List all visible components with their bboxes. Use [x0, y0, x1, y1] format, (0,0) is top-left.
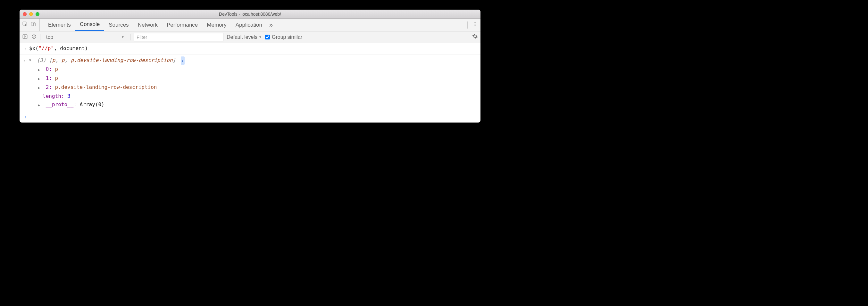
tab-application[interactable]: Application — [231, 19, 267, 31]
levels-label: Default levels — [227, 34, 257, 40]
sidebar-toggle-icon[interactable] — [22, 34, 28, 41]
array-count: (3) — [37, 57, 46, 63]
svg-point-4 — [475, 24, 476, 25]
console-prompt-row[interactable]: › — [20, 111, 480, 122]
tab-console[interactable]: Console — [75, 19, 104, 31]
console-input-text: $x("//p", document) — [29, 44, 478, 53]
console-result-row[interactable]: ‹· ▼ (3) [p, p, p.devsite-landing-row-de… — [20, 55, 480, 111]
tab-elements[interactable]: Elements — [43, 19, 75, 31]
log-levels-selector[interactable]: Default levels ▼ — [227, 34, 262, 40]
console-input-row[interactable]: › $x("//p", document) — [20, 43, 480, 55]
tab-network[interactable]: Network — [133, 19, 162, 31]
tab-memory[interactable]: Memory — [202, 19, 231, 31]
device-toggle-icon[interactable] — [30, 21, 36, 29]
prompt-icon: › — [22, 44, 29, 53]
svg-rect-2 — [33, 23, 35, 26]
separator — [467, 22, 468, 29]
clear-console-icon[interactable] — [31, 34, 37, 41]
console-result-body: ▼ (3) [p, p, p.devsite-landing-row-descr… — [29, 56, 478, 109]
svg-point-5 — [475, 25, 476, 26]
disclosure-triangle-icon[interactable]: ▶ — [38, 66, 43, 74]
filter-input[interactable]: Filter — [134, 33, 223, 41]
svg-line-10 — [33, 35, 36, 38]
group-similar-checkbox[interactable]: Group similar — [265, 34, 302, 40]
svg-marker-8 — [26, 36, 26, 37]
tab-sources[interactable]: Sources — [104, 19, 133, 31]
disclosure-triangle-icon[interactable]: ▶ — [38, 101, 43, 109]
devtools-window: DevTools - localhost:8080/web/ Elements … — [20, 10, 480, 122]
info-icon[interactable]: i — [181, 56, 185, 65]
disclosure-triangle-icon[interactable]: ▶ — [38, 75, 43, 83]
disclosure-triangle-icon[interactable]: ▶ — [38, 84, 43, 92]
context-selector[interactable]: top ▼ — [43, 33, 127, 41]
separator — [40, 34, 40, 40]
kebab-menu-icon[interactable] — [472, 21, 478, 29]
separator — [130, 34, 130, 40]
console-output: › $x("//p", document) ‹· ▼ (3) [p, p, p.… — [20, 43, 480, 122]
chevron-down-icon: ▼ — [259, 35, 262, 39]
titlebar: DevTools - localhost:8080/web/ — [20, 10, 480, 19]
context-label: top — [46, 34, 53, 40]
inspect-element-icon[interactable] — [22, 21, 28, 29]
group-similar-input[interactable] — [265, 35, 270, 39]
disclosure-triangle-icon[interactable]: ▼ — [29, 56, 34, 64]
gear-icon[interactable] — [472, 33, 478, 41]
prompt-icon: › — [22, 112, 29, 121]
tabs-overflow-button[interactable]: » — [267, 21, 275, 29]
window-title: DevTools - localhost:8080/web/ — [20, 11, 480, 17]
svg-point-3 — [475, 22, 476, 23]
chevron-down-icon: ▼ — [121, 35, 124, 39]
filter-placeholder: Filter — [136, 34, 147, 40]
svg-rect-6 — [23, 35, 27, 38]
result-icon: ‹· — [22, 56, 29, 65]
console-toolbar: top ▼ Filter Default levels ▼ Group simi… — [20, 31, 480, 43]
panel-tabs: Elements Console Sources Network Perform… — [20, 19, 480, 31]
tab-performance[interactable]: Performance — [162, 19, 202, 31]
group-similar-label: Group similar — [272, 34, 302, 40]
